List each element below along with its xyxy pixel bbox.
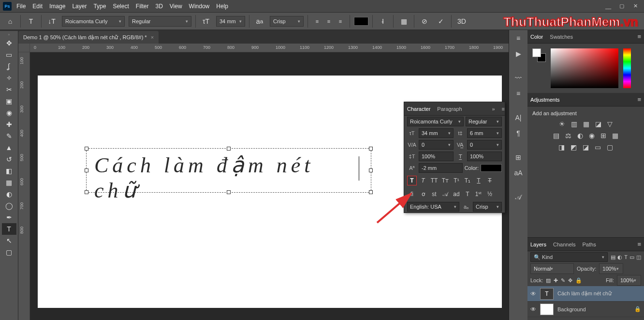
char-icon[interactable]: A| [512, 111, 525, 124]
history-icon[interactable]: ≡ [512, 32, 525, 45]
panel-menu-icon[interactable]: ≡ [637, 33, 644, 40]
type-tool[interactable]: T [2, 223, 16, 235]
char-font-dropdown[interactable]: Roicamonta Curly▾ [407, 117, 464, 126]
menu-edit[interactable]: Edit [32, 3, 43, 10]
adj-threshold-icon[interactable]: ◪ [583, 143, 589, 151]
adj-photo-filter-icon[interactable]: ◉ [589, 132, 595, 139]
history-brush-tool[interactable]: ↺ [2, 153, 16, 165]
blend-mode-dropdown[interactable]: Normal▾ [530, 263, 574, 274]
adj-posterize-icon[interactable]: ◩ [571, 143, 577, 151]
close-button[interactable]: ✕ [629, 2, 641, 10]
align-center-button[interactable]: ≡ [323, 16, 334, 27]
font-size-field[interactable]: 34 mm▾ [216, 16, 245, 27]
blur-tool[interactable]: ◐ [2, 188, 16, 200]
panel-menu-icon[interactable]: ≡ [637, 96, 644, 103]
char-color-swatch[interactable] [481, 164, 502, 172]
crop-tool[interactable]: ✂ [2, 84, 16, 95]
strikethrough-button[interactable]: T [485, 176, 495, 185]
small-caps-button[interactable]: Tᴛ [440, 176, 450, 185]
filter-smart-icon[interactable]: ◫ [636, 254, 641, 260]
type-style-icon[interactable]: aA [512, 167, 525, 179]
filter-pixel-icon[interactable]: ▤ [611, 254, 615, 260]
adj-invert-icon[interactable]: ◨ [558, 143, 565, 151]
antialias-dropdown[interactable]: Crisp▾ [270, 16, 304, 27]
foreground-background-swatch[interactable] [532, 48, 546, 62]
magic-wand-tool[interactable]: ✧ [2, 72, 16, 84]
tab-channels[interactable]: Channels [553, 242, 575, 247]
underline-button[interactable]: T [474, 176, 483, 185]
adj-levels-icon[interactable]: ▥ [571, 120, 577, 128]
adj-bw-icon[interactable]: ◐ [577, 132, 583, 139]
text-color-swatch[interactable] [354, 17, 368, 26]
menu-image[interactable]: Image [49, 3, 65, 10]
adj-brightness-icon[interactable]: ☀ [559, 120, 565, 128]
filter-text-icon[interactable]: T [624, 254, 628, 260]
tab-swatches[interactable]: Swatches [550, 34, 573, 40]
text-bounding-box[interactable]: Cách làm đậm nét chữ [86, 148, 371, 193]
menu-filter[interactable]: Filter [136, 3, 149, 10]
lock-move-icon[interactable]: ✥ [568, 277, 572, 284]
menu-select[interactable]: Select [113, 3, 129, 10]
adj-channel-mixer-icon[interactable]: ⊞ [600, 132, 606, 139]
menu-window[interactable]: Window [189, 3, 210, 10]
tab-character[interactable]: Character [407, 106, 430, 112]
visibility-icon[interactable]: 👁 [530, 306, 536, 313]
titling-button[interactable]: T [463, 189, 472, 199]
char-style-dropdown[interactable]: Regular▾ [466, 117, 502, 126]
document-tab[interactable]: Demo 1 @ 50% (Cách làm đậm nét chữ , RGB… [18, 31, 159, 44]
lock-pixels-icon[interactable]: ▨ [546, 277, 551, 284]
lock-all-icon[interactable]: 🔒 [575, 277, 582, 284]
tab-adjustments[interactable]: Adjustments [530, 97, 560, 103]
hue-slider[interactable] [623, 48, 631, 88]
path-selection-tool[interactable]: ↖ [2, 235, 16, 246]
eyedropper-tool[interactable]: ◉ [2, 107, 16, 119]
char-size-field[interactable]: 34 mm▾ [419, 128, 454, 138]
collapse-icon[interactable]: » [492, 106, 495, 112]
menu-3d[interactable]: 3D [155, 3, 162, 10]
font-family-dropdown[interactable]: Roicamonta Curly▾ [62, 16, 125, 27]
filter-shape-icon[interactable]: ▭ [629, 254, 634, 260]
menu-view[interactable]: View [170, 3, 182, 10]
para-icon[interactable]: ¶ [512, 127, 525, 139]
filter-adj-icon[interactable]: ◐ [617, 254, 622, 260]
alt-button[interactable]: ơ [418, 189, 428, 199]
cancel-icon[interactable]: ⊘ [418, 15, 431, 28]
color-picker-field[interactable] [551, 48, 618, 88]
align-left-button[interactable]: ≡ [312, 16, 322, 27]
adj-color-balance-icon[interactable]: ⚖ [565, 132, 571, 139]
char-panel-toggle[interactable]: ▦ [397, 15, 410, 28]
adj-lookup-icon[interactable]: ▦ [612, 132, 618, 139]
char-kerning-field[interactable]: 0▾ [419, 140, 454, 150]
adj-gradient-map-icon[interactable]: ▭ [595, 143, 601, 151]
layer-item-text[interactable]: 👁 T Cách làm đậm nét chữ [527, 286, 644, 302]
panel-menu-icon[interactable]: ≡ [637, 241, 644, 248]
canvas-text-content[interactable]: Cách làm đậm nét chữ [87, 149, 371, 207]
move-tool[interactable]: ✥ [2, 37, 16, 49]
panel-menu-icon[interactable]: ≡ [502, 106, 505, 112]
all-caps-button[interactable]: TT [429, 176, 439, 185]
char-aa-dropdown[interactable]: Crisp▾ [473, 202, 502, 212]
layer-filter-dropdown[interactable]: 🔍 Kind▾ [530, 252, 608, 262]
play-icon[interactable]: ▶ [512, 47, 525, 60]
text-orientation-icon[interactable]: ↓T [45, 15, 58, 28]
char-hscale-field[interactable]: 100% [467, 152, 502, 161]
minimize-button[interactable]: __ [602, 2, 614, 10]
char-lang-dropdown[interactable]: English: USA▾ [407, 202, 459, 212]
char-vscale-field[interactable]: 100% [419, 152, 454, 161]
frame-tool[interactable]: ▣ [2, 95, 16, 107]
ligatures-button[interactable]: fi [407, 189, 417, 199]
rectangle-tool[interactable]: ▢ [2, 246, 16, 258]
swash-button[interactable]: 𝒜 [440, 189, 450, 199]
warp-text-icon[interactable]: I̵ [377, 15, 389, 28]
faux-bold-button[interactable]: T [407, 176, 417, 185]
layer-item-bg[interactable]: 👁 Background 🔒 [527, 302, 644, 317]
settings-icon[interactable]: ≡ [512, 87, 525, 100]
clone-stamp-tool[interactable]: ▲ [2, 142, 16, 153]
adj-curves-icon[interactable]: ▦ [583, 120, 589, 128]
tab-paragraph[interactable]: Paragraph [437, 106, 462, 112]
healing-brush-tool[interactable]: ✚ [2, 119, 16, 130]
tab-color[interactable]: Color [530, 34, 543, 40]
layer-name[interactable]: Background [557, 306, 586, 312]
adj-vibrance-icon[interactable]: ▽ [607, 120, 613, 128]
adj-exposure-icon[interactable]: ◪ [595, 120, 601, 128]
